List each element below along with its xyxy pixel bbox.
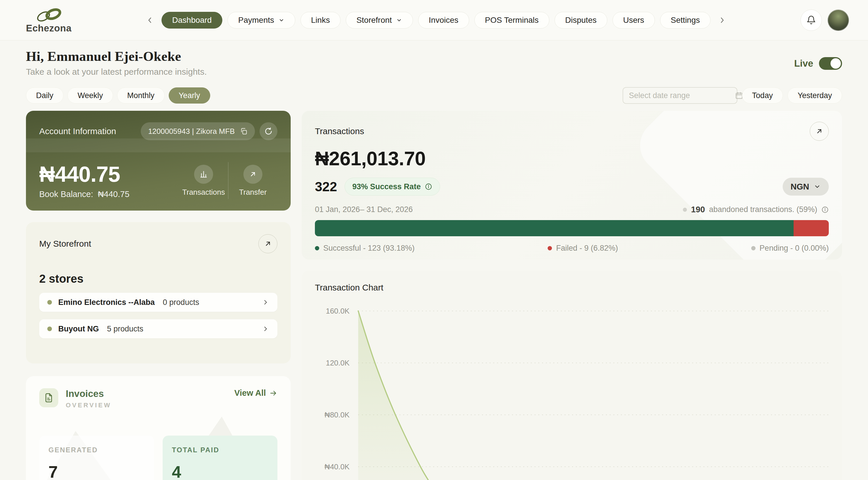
account-card-header: Account Information 1200005943 | Zikora … bbox=[39, 122, 277, 140]
nav-item-links[interactable]: Links bbox=[301, 12, 341, 29]
invoice-document-icon bbox=[39, 388, 58, 407]
date-filter-group: Today Yesterday bbox=[623, 87, 842, 104]
nav-item-payments[interactable]: Payments bbox=[227, 12, 295, 29]
arrow-up-right-icon bbox=[243, 165, 262, 184]
notifications-button[interactable] bbox=[801, 9, 822, 31]
view-all-invoices-button[interactable]: View All bbox=[234, 388, 277, 398]
nav-item-users[interactable]: Users bbox=[613, 12, 655, 29]
chevron-down-icon bbox=[814, 183, 821, 190]
my-storefront-card: My Storefront 2 stores Emino Electronics… bbox=[26, 222, 291, 363]
invoices-card-header: Invoices OVERVIEW View All bbox=[39, 388, 277, 409]
storefront-card-header: My Storefront bbox=[39, 234, 277, 253]
bell-icon bbox=[806, 15, 816, 25]
legend-dot-failed bbox=[548, 246, 552, 250]
transactions-count: 322 bbox=[315, 179, 337, 194]
transactions-date-range: 01 Jan, 2026– 31 Dec, 2026 bbox=[315, 205, 413, 214]
period-monthly-button[interactable]: Monthly bbox=[117, 87, 165, 103]
invoices-title-block: Invoices OVERVIEW bbox=[39, 388, 111, 409]
invoices-card-subtitle: OVERVIEW bbox=[66, 401, 111, 409]
nav-scroll-right-icon[interactable] bbox=[716, 14, 728, 26]
total-paid-value: 4 bbox=[172, 462, 268, 480]
account-balance: ₦440.75 bbox=[39, 161, 129, 187]
transactions-meta-row: 322 93% Success Rate NGN bbox=[315, 178, 829, 196]
nav-item-dashboard[interactable]: Dashboard bbox=[161, 12, 222, 29]
user-avatar[interactable] bbox=[828, 9, 849, 31]
period-weekly-button[interactable]: Weekly bbox=[67, 87, 113, 103]
legend-failed: Failed - 9 (6.82%) bbox=[548, 244, 618, 253]
arrow-up-right-icon bbox=[264, 240, 272, 248]
legend-pending: Pending - 0 (0.00%) bbox=[751, 244, 829, 253]
account-number: 1200005943 | Zikora MFB bbox=[148, 127, 235, 136]
transaction-chart-title: Transaction Chart bbox=[315, 283, 829, 293]
currency-selector[interactable]: NGN bbox=[783, 178, 829, 196]
info-icon[interactable] bbox=[821, 206, 829, 213]
abandoned-transactions: 190 abandoned transactions. (59%) bbox=[683, 205, 829, 214]
store-status-dot bbox=[47, 300, 52, 305]
account-card-title: Account Information bbox=[39, 126, 116, 136]
toggle-knob bbox=[831, 58, 841, 69]
arrow-up-right-icon bbox=[815, 127, 823, 135]
info-icon[interactable] bbox=[425, 183, 432, 190]
legend-dot-pending bbox=[751, 246, 755, 250]
invoice-stats: GENERATED 7 TOTAL PAID 4 bbox=[39, 436, 277, 480]
generated-stat: GENERATED 7 bbox=[39, 436, 154, 480]
transfer-action-button[interactable]: Transfer bbox=[228, 165, 277, 197]
live-label: Live bbox=[794, 58, 813, 69]
transactions-card-header: Transactions bbox=[315, 122, 829, 141]
account-number-pill[interactable]: 1200005943 | Zikora MFB bbox=[141, 122, 255, 140]
nav-item-pos-terminals[interactable]: POS Terminals bbox=[474, 12, 549, 29]
refresh-button[interactable] bbox=[259, 122, 277, 140]
period-daily-button[interactable]: Daily bbox=[26, 87, 63, 103]
period-filter-group: Daily Weekly Monthly Yearly bbox=[26, 87, 210, 103]
transactions-action-button[interactable]: Transactions bbox=[179, 165, 228, 197]
generated-value: 7 bbox=[49, 462, 145, 480]
main-nav: Dashboard Payments Links Storefront Invo… bbox=[144, 12, 728, 29]
store-row-buyout[interactable]: Buyout NG 5 products bbox=[39, 319, 277, 338]
arrow-right-icon bbox=[269, 389, 277, 397]
transactions-legend: Successful - 123 (93.18%) Failed - 9 (6.… bbox=[315, 244, 829, 253]
brand-logo-icon bbox=[33, 7, 65, 25]
store-row-emino[interactable]: Emino Electronics --Alaba 0 products bbox=[39, 293, 277, 312]
storefront-open-button[interactable] bbox=[258, 234, 277, 253]
page-subtitle: Take a look at your latest performance i… bbox=[26, 67, 207, 77]
abandoned-dot bbox=[683, 208, 687, 212]
live-toggle[interactable] bbox=[819, 57, 842, 70]
period-yearly-button[interactable]: Yearly bbox=[169, 87, 210, 103]
success-rate-badge[interactable]: 93% Success Rate bbox=[345, 178, 440, 196]
transaction-chart: 160.0K120.0K₦80.0K₦40.0K bbox=[315, 299, 829, 480]
date-range-field bbox=[623, 87, 737, 104]
chevron-right-icon bbox=[262, 299, 269, 306]
nav-item-storefront[interactable]: Storefront bbox=[346, 12, 413, 29]
nav-item-settings[interactable]: Settings bbox=[660, 12, 711, 29]
date-range-input[interactable] bbox=[629, 91, 731, 100]
total-paid-label: TOTAL PAID bbox=[172, 446, 268, 454]
storefront-card-title: My Storefront bbox=[39, 239, 91, 249]
right-column: Transactions ₦261,013.70 322 93% Success… bbox=[302, 111, 842, 480]
copy-icon[interactable] bbox=[240, 127, 247, 135]
book-balance: Book Balance: ₦440.75 bbox=[39, 189, 129, 199]
chevron-down-icon bbox=[278, 17, 285, 23]
stores-count: 2 stores bbox=[39, 272, 277, 285]
account-quick-actions: Transactions Transfer bbox=[179, 162, 277, 199]
transaction-chart-card: Transaction Chart 160.0K120.0K₦80.0K₦40.… bbox=[302, 271, 842, 480]
svg-text:₦80.0K: ₦80.0K bbox=[324, 411, 349, 419]
topbar-right bbox=[801, 9, 849, 31]
transactions-open-button[interactable] bbox=[810, 122, 829, 141]
filter-row: Daily Weekly Monthly Yearly Today Yester… bbox=[26, 87, 842, 104]
transactions-date-row: 01 Jan, 2026– 31 Dec, 2026 190 abandoned… bbox=[315, 205, 829, 214]
account-information-card: Account Information 1200005943 | Zikora … bbox=[26, 111, 291, 211]
bar-chart-icon bbox=[194, 165, 213, 184]
yesterday-button[interactable]: Yesterday bbox=[787, 87, 842, 103]
nav-item-invoices[interactable]: Invoices bbox=[418, 12, 469, 29]
page-title: Hi, Emmanuel Ejei-Okeke bbox=[26, 49, 207, 63]
refresh-icon bbox=[264, 127, 273, 136]
today-button[interactable]: Today bbox=[742, 87, 783, 103]
nav-scroll-left-icon[interactable] bbox=[144, 14, 156, 26]
bar-segment-failed bbox=[794, 220, 829, 236]
svg-text:120.0K: 120.0K bbox=[326, 359, 350, 367]
legend-dot-successful bbox=[315, 246, 319, 250]
nav-item-disputes[interactable]: Disputes bbox=[555, 12, 607, 29]
topbar: Echezona Dashboard Payments Links Storef… bbox=[0, 0, 868, 40]
chevron-right-icon bbox=[262, 325, 269, 333]
live-mode-control: Live bbox=[794, 57, 842, 70]
